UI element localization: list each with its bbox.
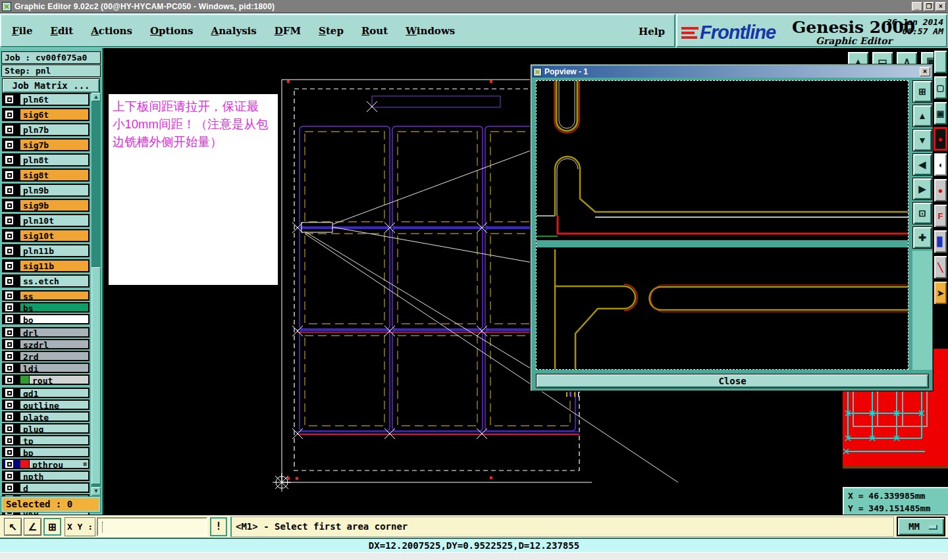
pan-up-icon[interactable]: ▲	[912, 105, 932, 127]
layer-checkbox-pln11b[interactable]	[3, 245, 20, 256]
layer-checkbox-drl[interactable]	[3, 328, 20, 336]
layer-row-gd1[interactable]: gd1	[2, 388, 90, 398]
scrollbar-thumb[interactable]	[92, 267, 101, 484]
layer-name[interactable]: pln11b	[20, 245, 88, 256]
menu-file[interactable]: File	[12, 25, 33, 37]
pan-down-icon[interactable]: ▼	[912, 129, 932, 151]
popview-canvas[interactable]	[536, 80, 908, 370]
menu-analysis[interactable]: Analysis	[211, 25, 257, 37]
grid-button[interactable]: ⊞	[43, 518, 61, 536]
layer-checkbox-bo[interactable]	[3, 315, 20, 323]
xy-input[interactable]	[97, 517, 207, 536]
menu-edit[interactable]: Edit	[51, 25, 74, 37]
layer-name[interactable]: pln9b	[20, 185, 88, 195]
angle-button[interactable]: ∠	[24, 518, 41, 536]
layer-row-outline[interactable]: outline	[2, 399, 90, 410]
scroll-up-icon[interactable]: ▲	[92, 93, 101, 101]
layer-name[interactable]: tp	[20, 436, 88, 444]
mask-icon[interactable]: ◖	[934, 153, 947, 176]
layer-name[interactable]: bp	[20, 448, 88, 456]
fill-box-icon[interactable]: ▊	[934, 230, 947, 253]
signal-light-icon[interactable]: ●	[934, 127, 947, 151]
layer-row-sig10t[interactable]: sig10t	[2, 229, 90, 242]
minimize-button[interactable]: _	[912, 2, 922, 11]
layer-row-ss[interactable]: ss	[2, 290, 90, 301]
layer-name[interactable]: sig6t	[20, 109, 88, 120]
layer-name[interactable]: sig11b	[20, 261, 88, 271]
menu-options[interactable]: Options	[150, 25, 194, 37]
layer-row-tp[interactable]: tp	[2, 435, 90, 445]
layer-row-ss.etch[interactable]: ss.etch	[2, 274, 90, 288]
layer-row-sig11b[interactable]: sig11b	[2, 259, 90, 272]
menu-help[interactable]: Help	[639, 26, 665, 38]
layer-checkbox-sig7b[interactable]	[3, 140, 20, 150]
layer-checkbox-szdrl[interactable]	[3, 340, 20, 348]
layer-name[interactable]: ss	[20, 292, 88, 299]
pan-right-icon[interactable]: ▶	[912, 178, 932, 200]
layer-name[interactable]: szdrl	[20, 340, 88, 348]
layer-name[interactable]: npth	[20, 472, 88, 480]
font-icon[interactable]: F	[934, 204, 947, 228]
layer-row-pln9b[interactable]: pln9b	[2, 184, 90, 197]
layer-row-pln6t[interactable]: pln6t	[2, 93, 90, 106]
layer-name[interactable]: 2rd	[20, 352, 88, 360]
pan-left-icon[interactable]: ◀	[912, 153, 932, 176]
menu-step[interactable]: Step	[319, 25, 344, 37]
layer-row-pln8t[interactable]: pln8t	[2, 153, 90, 166]
layer-name[interactable]: bo	[20, 315, 88, 323]
layer-name[interactable]: pln6t	[20, 94, 88, 105]
layer-row-sig9b[interactable]: sig9b	[2, 199, 90, 212]
pan-center-icon[interactable]: ✚	[912, 226, 932, 249]
menu-dfm[interactable]: DFM	[275, 25, 301, 37]
scroll-down-icon[interactable]: ▼	[92, 487, 101, 496]
menu-windows[interactable]: Windows	[406, 25, 455, 37]
alert-button[interactable]: !	[210, 517, 227, 536]
layer-checkbox-pthrou[interactable]	[3, 460, 20, 468]
layer-name[interactable]: sig9b	[20, 200, 88, 211]
layer-checkbox-tp[interactable]	[3, 436, 20, 444]
layer-checkbox-sig10t[interactable]	[3, 230, 20, 241]
layer-checkbox-ss[interactable]	[3, 292, 20, 299]
red-dot-icon[interactable]: ●	[934, 178, 947, 202]
restore-button[interactable]: ❐	[924, 2, 934, 11]
layer-row-npth[interactable]: npth	[2, 471, 90, 481]
layer-name[interactable]: pln8t	[20, 155, 88, 165]
layer-name[interactable]: drl	[20, 328, 88, 336]
layer-checkbox-plate[interactable]	[3, 413, 20, 420]
layer-name[interactable]: bs	[20, 303, 88, 311]
layer-row-ldi[interactable]: ldi	[2, 363, 90, 373]
layer-row-sig7b[interactable]: sig7b	[2, 138, 90, 151]
layer-row-sig8t[interactable]: sig8t	[2, 168, 90, 182]
layer-row-sig6t[interactable]: sig6t	[2, 108, 90, 121]
layer-name[interactable]: sig10t	[20, 230, 88, 241]
job-matrix-button[interactable]: Job Matrix ...	[2, 78, 100, 93]
layer-name[interactable]: pln7b	[20, 124, 88, 135]
layer-row-bp[interactable]: bp	[2, 447, 90, 457]
layer-name[interactable]: outline	[20, 401, 88, 409]
layer-list-scrollbar[interactable]: ▲ ▼	[92, 93, 101, 496]
layer-name[interactable]: plug	[20, 424, 88, 432]
layer-checkbox-outline[interactable]	[3, 401, 20, 409]
layer-checkbox-d[interactable]	[3, 484, 20, 492]
layer-row-bo[interactable]: bo	[2, 314, 90, 324]
layer-name[interactable]: gd1	[20, 389, 88, 397]
layer-row-2rd[interactable]: 2rd	[2, 351, 90, 361]
layer-checkbox-sig9b[interactable]	[3, 200, 20, 211]
layer-checkbox-sig6t[interactable]	[3, 109, 20, 120]
layer-row-pln11b[interactable]: pln11b	[2, 244, 90, 257]
layer-name[interactable]: rout	[30, 376, 88, 384]
layer-checkbox-pln7b[interactable]	[3, 124, 20, 135]
layer-row-plate[interactable]: plate	[2, 411, 90, 422]
layer-checkbox-pln10t[interactable]	[3, 215, 20, 226]
layer-name[interactable]: d	[20, 484, 88, 492]
copy-view-icon[interactable]: ⊞	[912, 80, 932, 103]
layer-checkbox-pln6t[interactable]	[3, 94, 20, 105]
layer-checkbox-ldi[interactable]	[3, 364, 20, 372]
layer-name[interactable]: plate	[20, 413, 88, 420]
layer-row-d[interactable]: d	[2, 482, 90, 493]
pad-shape-icon[interactable]: ▣	[934, 101, 947, 125]
layer-name[interactable]: pln10t	[20, 215, 88, 226]
layer-checkbox-plug[interactable]	[3, 424, 20, 432]
popview-window[interactable]: ✕ Popview - 1 × ⊞▲▼◀▶⊡✚ Close	[530, 64, 934, 392]
units-dropdown[interactable]: MM	[897, 517, 945, 536]
